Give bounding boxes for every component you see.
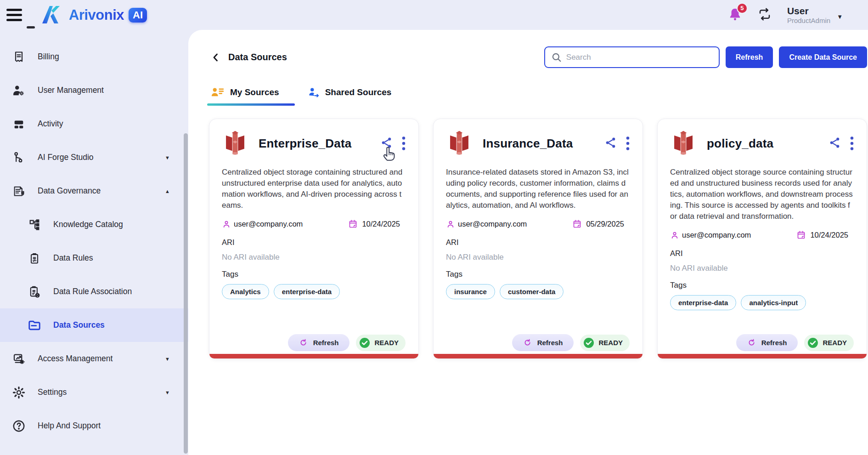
more-menu-icon[interactable] [402,136,406,150]
check-circle-icon [359,337,370,348]
s3-bucket-icon [222,130,248,157]
sidebar-item-data-rules[interactable]: Data Rules [0,241,188,275]
search-input[interactable] [566,53,713,62]
calendar-icon [572,219,582,229]
ari-value: No ARI available [670,264,854,273]
clipboard-link-icon [27,284,42,300]
card-description: Centralized object storage containing st… [222,167,406,211]
created-date: 05/29/2025 [586,220,624,228]
governance-doc-icon [11,183,27,199]
hamburger-menu-icon[interactable] [6,7,24,23]
blocks-icon [11,116,27,132]
help-circle-icon [11,418,27,434]
workflow-icon [11,150,27,165]
tab-shared-sources[interactable]: Shared Sources [306,84,396,106]
sidebar-item-data-rule-association[interactable]: Data Rule Association [0,275,188,308]
tag-pill: customer-data [500,284,564,299]
card-refresh-button[interactable]: Refresh [512,334,574,351]
user-name: User [787,6,830,16]
main-content: Data Sources Refresh Create Data Source … [188,30,868,455]
sidebar-scrollbar[interactable] [184,133,188,454]
monitor-gear-icon [11,351,27,367]
sidebar-item-data-governance[interactable]: Data Governance ▲ [0,174,188,208]
my-sources-icon [211,86,225,98]
user-menu[interactable]: User ProductAdmin ▼ [787,6,843,24]
ari-label: ARI [446,238,630,247]
card-status-strip [209,354,418,358]
tag-pill: Analytics [222,284,269,299]
share-icon[interactable] [380,136,393,149]
brand: Arivonix AI [40,4,147,26]
ari-label: ARI [222,238,406,247]
check-circle-icon [583,337,594,348]
tag-pill: enterprise-data [274,284,340,299]
chevron-down-icon: ▼ [165,390,170,395]
user-role: ProductAdmin [787,17,830,24]
share-icon[interactable] [829,136,841,149]
tag-pill: insurance [446,284,495,299]
owner-email: user@company.com [458,220,527,228]
page-title: Data Sources [228,52,287,63]
card-refresh-button[interactable]: Refresh [288,334,350,351]
sidebar: Billing User Management Activity [0,30,188,455]
switch-account-button[interactable] [758,7,772,23]
back-chevron-icon [210,52,221,63]
tag-pill: analytics-input [741,295,806,310]
tags-label: Tags [446,270,630,279]
sidebar-item-knowledge-catalog[interactable]: Knowledge Catalog [0,208,188,241]
status-badge: READY [580,335,630,351]
card-refresh-button[interactable]: Refresh [736,334,798,351]
refresh-button[interactable]: Refresh [726,46,773,68]
refresh-icon [299,338,308,347]
tab-my-sources[interactable]: My Sources [209,84,284,106]
sidebar-item-data-sources[interactable]: Data Sources [0,308,188,342]
search-box [544,46,720,68]
sidebar-item-user-management[interactable]: User Management [0,74,188,107]
tag-pill: enterprise-data [670,295,736,310]
card-title: policy_data [707,136,773,151]
top-bar: Arivonix AI 5 User ProductAdmin ▼ [0,0,868,30]
card-status-strip [658,354,867,358]
sidebar-item-help-and-support[interactable]: Help And Support [0,409,188,443]
sidebar-item-settings[interactable]: Settings ▼ [0,375,188,409]
folder-icon [27,318,42,333]
chevron-down-icon: ▼ [165,356,170,362]
notification-bell-button[interactable]: 5 [728,7,742,23]
card-description: Centralized object storage source contai… [670,167,854,222]
brand-name: Arivonix [69,7,124,23]
sidebar-scroll-artifact [27,26,35,28]
hierarchy-icon [27,217,42,233]
owner-person-icon [670,231,679,240]
owner-person-icon [222,220,231,229]
card-description: Insurance-related datasets stored in Ama… [446,167,630,211]
s3-bucket-icon [670,130,697,157]
created-date: 10/24/2025 [362,220,400,228]
switch-account-icon [758,7,772,21]
back-button[interactable] [209,51,223,64]
ari-value: No ARI available [222,253,406,262]
sidebar-item-ai-forge-studio[interactable]: AI Forge Studio ▼ [0,141,188,174]
sidebar-item-access-management[interactable]: Access Management ▼ [0,342,188,375]
notification-count-badge: 5 [737,3,748,14]
tags-label: Tags [222,270,406,279]
status-badge: READY [804,335,854,351]
chevron-down-icon: ▼ [165,155,170,160]
sidebar-item-activity[interactable]: Activity [0,107,188,141]
user-caret-icon: ▼ [837,13,843,20]
more-menu-icon[interactable] [850,136,854,150]
logo-mark-icon [40,4,64,26]
data-source-card: Insurance_Data Insurance-related dataset… [433,119,643,359]
share-icon[interactable] [604,136,617,149]
create-data-source-button[interactable]: Create Data Source [779,46,867,68]
refresh-icon [523,338,532,347]
data-source-card: policy_data Centralized object storage s… [657,119,867,359]
calendar-icon [796,230,806,240]
ari-value: No ARI available [446,253,630,262]
receipt-icon [11,49,27,65]
refresh-icon [747,338,756,347]
owner-person-icon [446,220,455,229]
sidebar-item-billing[interactable]: Billing [0,40,188,74]
more-menu-icon[interactable] [626,136,630,150]
owner-email: user@company.com [682,231,751,239]
status-badge: READY [356,335,406,351]
